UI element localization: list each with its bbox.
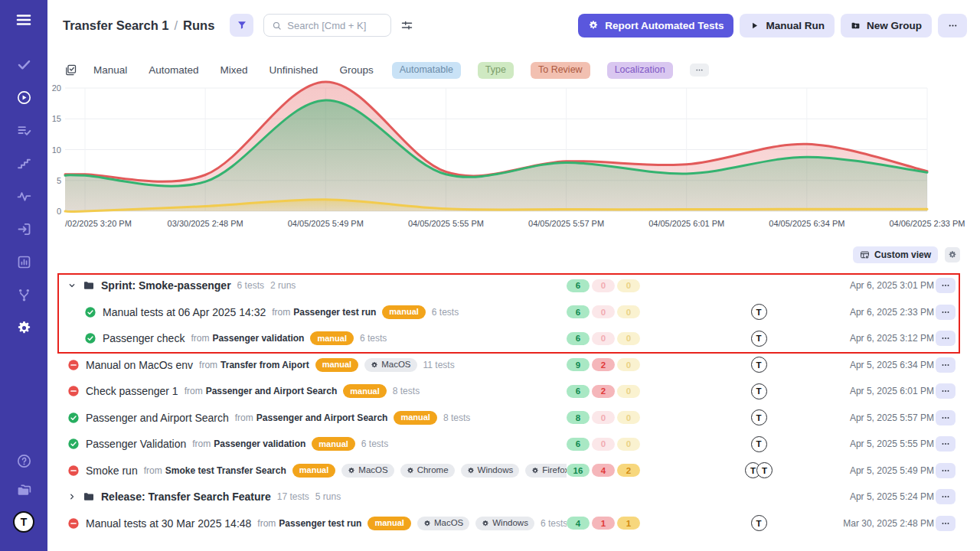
run-title[interactable]: Passenger Validation	[86, 438, 186, 450]
group-row[interactable]: Sprint: Smoke-passenger6 tests2 runs 600…	[47, 272, 980, 299]
run-row[interactable]: Passenger ValidationfromPassenger valida…	[47, 431, 980, 458]
assignee-avatar[interactable]: T	[751, 436, 767, 452]
run-title[interactable]: Manual on MacOs env	[86, 359, 193, 371]
assignee-avatar[interactable]: T	[751, 304, 767, 320]
custom-view-button[interactable]: Custom view	[853, 246, 938, 263]
result-count-green: 9	[567, 358, 590, 371]
run-title[interactable]: Manual tests at 06 Apr 2025 14:32	[103, 306, 266, 318]
group-row[interactable]: Release: Transfer Search Feature17 tests…	[47, 484, 980, 510]
run-row[interactable]: Smoke runfromSmoke test Transfer Searchm…	[47, 458, 980, 484]
result-count-yellow-muted: 0	[617, 385, 640, 398]
run-source: Transfer from Aiport	[220, 360, 309, 370]
row-more-button[interactable]	[936, 436, 956, 452]
env-chip: MacOS	[341, 464, 394, 478]
filter-chip-to-review[interactable]: To Review	[531, 62, 590, 79]
sidebar: T	[0, 0, 47, 551]
run-type-badge: manual	[368, 517, 411, 530]
x-axis-label: 04/05/2025 5:57 PM	[528, 219, 604, 228]
gear-icon	[348, 467, 355, 474]
automation-gear-icon	[588, 20, 599, 31]
tab-mixed[interactable]: Mixed	[220, 64, 248, 76]
y-axis-label: 10	[47, 145, 61, 155]
assignee-avatar[interactable]: T	[751, 383, 767, 399]
group-title[interactable]: Release: Transfer Search Feature	[101, 491, 271, 503]
more-filters-chip[interactable]	[690, 64, 709, 77]
group-title[interactable]: Sprint: Smoke-passenger	[101, 279, 231, 292]
select-all-icon[interactable]	[64, 64, 77, 77]
tab-manual[interactable]: Manual	[93, 64, 127, 76]
filter-button[interactable]	[230, 14, 253, 37]
sidebar-gear-icon[interactable]	[16, 320, 32, 336]
result-count-yellow: 1	[617, 517, 640, 530]
env-chip: MacOS	[364, 358, 416, 372]
header-more-button[interactable]	[938, 14, 967, 37]
env-chip: Windows	[475, 517, 534, 530]
view-settings-button[interactable]	[945, 247, 960, 262]
run-title[interactable]: Manual tests at 30 Mar 2025 14:48	[86, 517, 251, 530]
assignee-avatar[interactable]: T	[751, 331, 767, 347]
row-more-button[interactable]	[936, 331, 956, 346]
filter-chip-localization[interactable]: Localization	[607, 62, 673, 79]
status-failed-icon	[67, 517, 80, 530]
run-title[interactable]: Smoke run	[86, 465, 138, 477]
report-automated-tests-button[interactable]: Report Automated Tests	[578, 14, 733, 37]
y-axis-label: 0	[47, 207, 61, 216]
sidebar-play-circle-icon[interactable]	[16, 90, 32, 106]
sidebar-activity-icon[interactable]	[16, 188, 32, 204]
sidebar-checkmark-icon[interactable]	[16, 57, 32, 73]
run-title[interactable]: Passenger and Airport Search	[86, 412, 229, 424]
tab-unfinished[interactable]: Unfinished	[270, 64, 318, 76]
gear-icon	[531, 467, 539, 474]
run-row[interactable]: Manual tests at 30 Mar 2025 14:48fromPas…	[47, 510, 980, 537]
run-row[interactable]: Passenger checkfromPassenger validationm…	[47, 325, 980, 352]
row-more-button[interactable]	[936, 516, 956, 531]
run-row[interactable]: Check passenger 1fromPassenger and Airpo…	[47, 378, 980, 405]
adjust-filters-button[interactable]	[400, 19, 413, 32]
sidebar-projects-icon[interactable]	[16, 482, 32, 498]
run-title[interactable]: Check passenger 1	[86, 385, 178, 397]
row-more-button[interactable]	[936, 463, 956, 478]
row-more-button[interactable]	[936, 357, 956, 373]
search-input[interactable]	[287, 20, 383, 31]
search-box[interactable]	[263, 14, 391, 37]
tab-automated[interactable]: Automated	[149, 64, 198, 76]
assignee-avatar[interactable]: T	[751, 357, 767, 373]
result-count-red-muted: 0	[592, 279, 615, 292]
env-chip: Chrome	[400, 464, 455, 478]
gear-icon	[948, 250, 957, 259]
assignee-avatar[interactable]: T	[751, 515, 767, 531]
assignee-avatar[interactable]: T	[751, 409, 767, 425]
run-row[interactable]: Passenger and Airport SearchfromPassenge…	[47, 405, 980, 432]
assignee-avatar[interactable]: T	[756, 462, 773, 478]
filter-chip-automatable[interactable]: Automatable	[392, 62, 461, 79]
run-from-label: from	[185, 386, 203, 396]
user-avatar[interactable]: T	[13, 511, 34, 533]
run-date: Apr 5, 2025 6:01 PM	[825, 386, 934, 396]
sidebar-import-icon[interactable]	[16, 221, 32, 237]
row-more-button[interactable]	[936, 410, 956, 425]
row-more-button[interactable]	[936, 278, 956, 293]
sidebar-steps-icon[interactable]	[16, 155, 32, 171]
chevron-down-icon[interactable]	[67, 281, 77, 290]
new-group-button[interactable]: New Group	[841, 14, 932, 37]
run-type-badge: manual	[315, 358, 359, 372]
tab-groups[interactable]: Groups	[339, 64, 373, 76]
breadcrumb-project[interactable]: Transfer Search 1	[63, 18, 169, 33]
sidebar-bar-chart-icon[interactable]	[16, 254, 32, 270]
sidebar-branch-icon[interactable]	[16, 287, 32, 303]
row-more-button[interactable]	[936, 305, 956, 320]
sidebar-checklist-icon[interactable]	[16, 122, 32, 139]
run-type-badge: manual	[292, 464, 336, 478]
sidebar-help-icon[interactable]	[16, 453, 32, 469]
result-count-yellow-muted: 0	[617, 305, 640, 318]
run-row[interactable]: Manual on MacOs envfromTransfer from Aip…	[47, 352, 980, 379]
run-row[interactable]: Manual tests at 06 Apr 2025 14:32fromPas…	[47, 299, 980, 326]
row-more-button[interactable]	[936, 383, 956, 399]
row-more-button[interactable]	[936, 489, 956, 504]
run-title[interactable]: Passenger check	[103, 332, 185, 344]
manual-run-button[interactable]: Manual Run	[740, 14, 835, 37]
ellipsis-icon	[941, 492, 950, 501]
chevron-right-icon[interactable]	[67, 492, 77, 501]
filter-chip-type[interactable]: Type	[478, 62, 514, 79]
menu-icon[interactable]	[15, 11, 33, 29]
